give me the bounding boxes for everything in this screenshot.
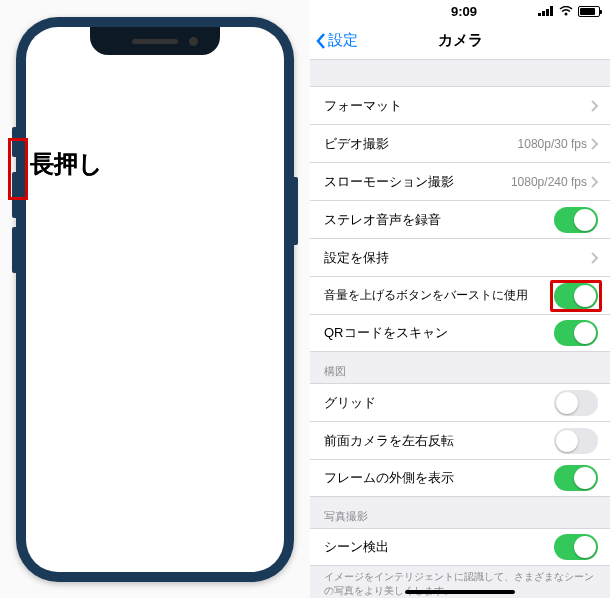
row-scene: シーン検出 — [310, 528, 610, 566]
phone-illustration-pane: 長押し 長押し — [0, 0, 310, 598]
row-label: ステレオ音声を録音 — [324, 211, 554, 229]
back-button[interactable]: 設定 — [316, 31, 358, 50]
group-header-photo: 写真撮影 — [310, 497, 610, 528]
row-frame: フレームの外側を表示 — [310, 459, 610, 497]
long-press-label: 長押し — [30, 148, 103, 180]
row-preserve[interactable]: 設定を保持 — [310, 238, 610, 276]
row-label: QRコードをスキャン — [324, 324, 554, 342]
chevron-left-icon — [316, 33, 326, 49]
row-format[interactable]: フォーマット — [310, 86, 610, 124]
back-label: 設定 — [328, 31, 358, 50]
home-indicator — [405, 590, 515, 594]
chevron-right-icon — [591, 252, 598, 264]
signal-icon — [538, 6, 554, 16]
row-slowmo[interactable]: スローモーション撮影 1080p/240 fps — [310, 162, 610, 200]
row-label: 設定を保持 — [324, 249, 591, 267]
chevron-right-icon — [591, 176, 598, 188]
group-composition: グリッド 前面カメラを左右反転 フレームの外側を表示 — [310, 383, 610, 497]
row-grid: グリッド — [310, 383, 610, 421]
battery-icon — [578, 6, 600, 17]
phone-volume-down-button — [12, 227, 16, 273]
chevron-right-icon — [591, 100, 598, 112]
nav-bar: 設定 カメラ — [310, 22, 610, 60]
row-value: 1080p/30 fps — [518, 137, 587, 151]
row-label: ビデオ撮影 — [324, 135, 518, 153]
settings-screen: 9:09 設定 カメラ フォーマット ビデオ撮影 1080p/30 fps スロ… — [310, 0, 610, 598]
status-time: 9:09 — [451, 4, 477, 19]
phone-notch — [90, 27, 220, 55]
row-label: フォーマット — [324, 97, 591, 115]
phone-frame — [16, 17, 294, 582]
qr-toggle[interactable] — [554, 320, 598, 346]
row-label: 前面カメラを左右反転 — [324, 432, 554, 450]
row-label: フレームの外側を表示 — [324, 469, 554, 487]
row-video[interactable]: ビデオ撮影 1080p/30 fps — [310, 124, 610, 162]
burst-toggle[interactable] — [554, 283, 598, 309]
volume-up-highlight — [8, 138, 28, 200]
phone-power-button — [294, 177, 298, 245]
frame-toggle[interactable] — [554, 465, 598, 491]
group-header-composition: 構図 — [310, 352, 610, 383]
row-burst: 音量を上げるボタンをバーストに使用 — [310, 276, 610, 314]
row-label: グリッド — [324, 394, 554, 412]
stereo-toggle[interactable] — [554, 207, 598, 233]
row-value: 1080p/240 fps — [511, 175, 587, 189]
row-qr: QRコードをスキャン — [310, 314, 610, 352]
chevron-right-icon — [591, 138, 598, 150]
row-label: 音量を上げるボタンをバーストに使用 — [324, 287, 554, 304]
scene-toggle[interactable] — [554, 534, 598, 560]
row-stereo: ステレオ音声を録音 — [310, 200, 610, 238]
group-recording: フォーマット ビデオ撮影 1080p/30 fps スローモーション撮影 108… — [310, 86, 610, 352]
svg-point-0 — [565, 12, 568, 15]
mirror-toggle[interactable] — [554, 428, 598, 454]
phone-screen — [26, 27, 284, 572]
row-mirror: 前面カメラを左右反転 — [310, 421, 610, 459]
wifi-icon — [559, 4, 573, 19]
grid-toggle[interactable] — [554, 390, 598, 416]
row-label: スローモーション撮影 — [324, 173, 511, 191]
row-label: シーン検出 — [324, 538, 554, 556]
group-photo: シーン検出 — [310, 528, 610, 566]
status-bar: 9:09 — [310, 0, 610, 22]
